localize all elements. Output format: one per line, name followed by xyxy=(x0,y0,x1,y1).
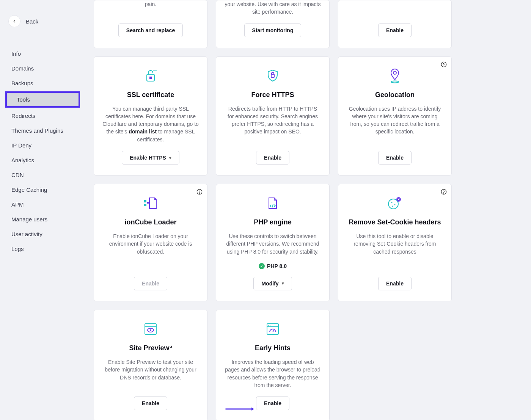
svg-point-9 xyxy=(200,193,200,194)
chevron-down-icon: ▾ xyxy=(169,155,171,160)
svg-point-16 xyxy=(391,202,393,203)
sidebar-item-tools[interactable]: Tools xyxy=(5,91,80,108)
svg-rect-1 xyxy=(149,77,152,79)
card-title: ionCube Loader xyxy=(124,218,176,226)
card-monitoring: your website. Use with care as it impact… xyxy=(216,0,330,48)
card-desc: your website. Use with care as it impact… xyxy=(225,0,321,16)
back-button[interactable]: Back xyxy=(0,15,85,35)
chevron-down-icon: ▾ xyxy=(282,281,284,286)
card-ioncube: ionCube Loader Enable ionCube Loader on … xyxy=(94,184,207,301)
svg-point-5 xyxy=(444,66,444,66)
modify-button[interactable]: Modify▾ xyxy=(253,277,292,290)
card-title: Site Preview▴ xyxy=(129,344,172,352)
svg-point-23 xyxy=(150,329,151,331)
beta-marker: ▴ xyxy=(170,344,172,348)
sidebar-item-backups[interactable]: Backups xyxy=(0,76,85,91)
eye-browser-icon xyxy=(142,321,159,337)
card-geolocation: Geolocation Geolocation uses IP address … xyxy=(338,56,452,176)
sidebar-item-domains[interactable]: Domains xyxy=(0,61,85,76)
svg-point-7 xyxy=(391,81,399,83)
php-version-label: PHP 8.0 xyxy=(267,263,287,269)
help-icon[interactable] xyxy=(441,61,447,67)
card-title: SSL certificate xyxy=(127,91,174,99)
php-status: ✓ PHP 8.0 xyxy=(259,263,287,269)
svg-rect-11 xyxy=(144,204,146,206)
card-desc: Geolocation uses IP address to identify … xyxy=(347,105,443,136)
help-icon[interactable] xyxy=(196,189,203,195)
enable-button[interactable]: Enable xyxy=(134,396,167,410)
sidebar-item-analytics[interactable]: Analytics xyxy=(0,153,85,168)
sidebar-item-info[interactable]: Info xyxy=(0,46,85,61)
enable-https-button[interactable]: Enable HTTPS▾ xyxy=(122,151,179,165)
card-site-preview: Site Preview▴ Enable Site Preview to tes… xyxy=(94,310,207,420)
card-search-replace: pain. Search and replace xyxy=(94,0,207,48)
sidebar-item-user-activity[interactable]: User activity xyxy=(0,227,85,241)
code-file-icon xyxy=(264,196,281,211)
card-title: Early Hints xyxy=(255,344,291,352)
svg-point-14 xyxy=(444,193,444,194)
svg-rect-3 xyxy=(271,74,274,77)
svg-point-26 xyxy=(268,325,269,326)
back-label: Back xyxy=(26,18,38,25)
card-desc: Use these controls to switch between dif… xyxy=(225,232,321,255)
svg-line-28 xyxy=(273,330,274,332)
card-unknown-enable: Enable xyxy=(338,0,452,48)
svg-rect-20 xyxy=(145,324,156,334)
shield-lock-icon xyxy=(264,68,281,83)
card-desc: Use this tool to enable or disable remov… xyxy=(347,232,443,255)
enable-button[interactable]: Enable xyxy=(378,277,412,290)
card-desc: You can manage third-party SSL certifica… xyxy=(102,105,199,143)
sidebar-item-themes-plugins[interactable]: Themes and Plugins xyxy=(0,123,85,138)
enable-button[interactable]: Enable xyxy=(378,151,412,165)
svg-point-6 xyxy=(393,71,396,74)
main-content: pain. Search and replace your website. U… xyxy=(85,0,531,420)
sidebar-item-ip-deny[interactable]: IP Deny xyxy=(0,138,85,153)
tools-grid: pain. Search and replace your website. U… xyxy=(94,0,523,420)
svg-marker-30 xyxy=(251,407,255,411)
svg-rect-12 xyxy=(147,202,149,204)
encoded-file-icon xyxy=(142,196,159,211)
sidebar-item-apm[interactable]: APM xyxy=(0,197,85,212)
pin-icon xyxy=(386,68,403,83)
card-desc: Redirects traffic from HTTP to HTTPS for… xyxy=(225,105,321,136)
card-remove-set-cookie: Remove Set-Cookie headers Use this tool … xyxy=(338,184,452,301)
enable-button[interactable]: Enable xyxy=(256,396,289,410)
sidebar-nav: Info Domains Backups Tools Redirects The… xyxy=(0,35,85,256)
card-early-hints: Early Hints Improves the loading speed o… xyxy=(216,310,330,420)
card-desc: Enable ionCube Loader on your environmen… xyxy=(102,232,199,255)
card-ssl-certificate: SSL certificate You can manage third-par… xyxy=(94,56,207,176)
svg-point-18 xyxy=(392,206,393,207)
svg-point-17 xyxy=(394,204,396,205)
cookie-remove-icon xyxy=(386,196,403,211)
annotation-arrow-icon xyxy=(222,407,258,411)
card-title: Remove Set-Cookie headers xyxy=(349,218,441,226)
card-title: PHP engine xyxy=(254,218,292,226)
card-title: Geolocation xyxy=(375,91,415,99)
card-php-engine: PHP engine Use these controls to switch … xyxy=(216,184,330,301)
svg-rect-10 xyxy=(144,200,146,202)
check-icon: ✓ xyxy=(259,263,265,269)
svg-point-27 xyxy=(270,325,270,326)
sidebar-item-edge-caching[interactable]: Edge Caching xyxy=(0,182,85,197)
sidebar-item-redirects[interactable]: Redirects xyxy=(0,108,85,123)
sidebar-item-cdn[interactable]: CDN xyxy=(0,168,85,182)
back-arrow-icon xyxy=(8,15,20,27)
card-title: Force HTTPS xyxy=(251,91,294,99)
card-desc: Improves the loading speed of web pages … xyxy=(225,358,321,389)
speedometer-icon xyxy=(264,321,281,337)
enable-button[interactable]: Enable xyxy=(256,151,289,165)
enable-button: Enable xyxy=(134,277,167,290)
sidebar-item-logs[interactable]: Logs xyxy=(0,241,85,256)
search-replace-button[interactable]: Search and replace xyxy=(118,24,183,37)
sidebar-item-manage-users[interactable]: Manage users xyxy=(0,212,85,227)
card-force-https: Force HTTPS Redirects traffic from HTTP … xyxy=(216,56,330,176)
domain-list-link[interactable]: domain list xyxy=(129,129,157,135)
lock-icon xyxy=(142,68,159,83)
card-desc: pain. xyxy=(145,0,156,8)
start-monitoring-button[interactable]: Start monitoring xyxy=(244,24,302,37)
enable-button[interactable]: Enable xyxy=(378,24,412,37)
card-desc: Enable Site Preview to test your site be… xyxy=(102,358,199,381)
sidebar: Back Info Domains Backups Tools Redirect… xyxy=(0,0,85,420)
help-icon[interactable] xyxy=(441,189,447,195)
